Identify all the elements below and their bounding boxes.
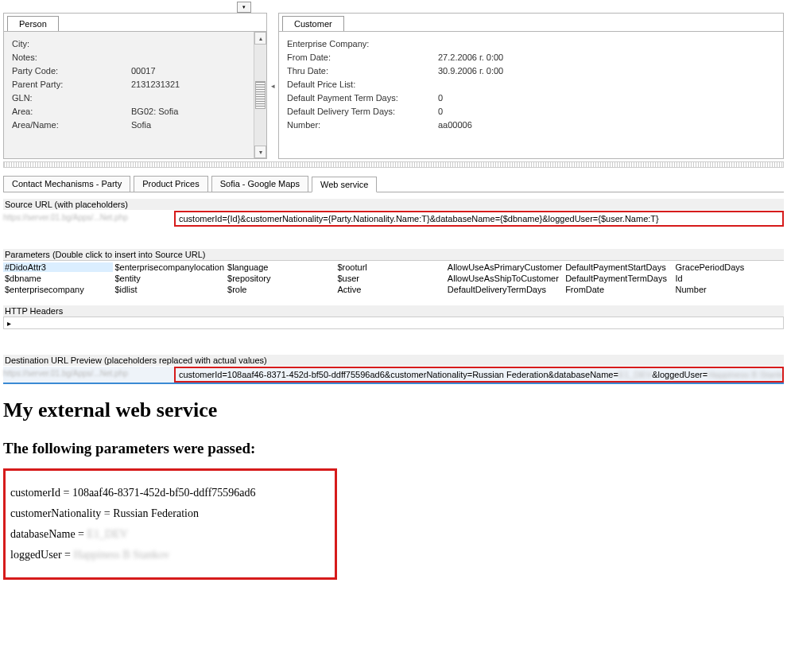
value-area: BG02: Sofia: [131, 107, 178, 116]
webpage-title: My external web service: [3, 398, 784, 422]
param-item[interactable]: DefaultPaymentStartDays: [564, 262, 673, 272]
label-notes: Notes:: [12, 52, 131, 62]
parameters-grid: #DidoAttr3 $dbname $enterprisecompany $e…: [3, 262, 784, 294]
label-areaname: Area/Name:: [12, 120, 131, 130]
webpage-subtitle: The following parameters were passed:: [3, 440, 784, 457]
param-item[interactable]: $language: [226, 262, 335, 272]
label-number: Number:: [287, 120, 438, 130]
scroll-down-icon[interactable]: ▾: [254, 146, 266, 158]
destination-url-prefix: https://server.01.bg/Apps/...Net.php: [3, 367, 174, 382]
value-paymentterm: 0: [438, 93, 443, 103]
param-item[interactable]: $entity: [113, 274, 226, 283]
lower-tab-strip: Contact Mechanisms - Party Product Price…: [3, 176, 784, 192]
label-city: City:: [12, 39, 131, 49]
value-deliveryterm: 0: [438, 107, 443, 116]
label-pricelist: Default Price List:: [287, 80, 438, 89]
tab-contact-mechanisms[interactable]: Contact Mechanisms - Party: [3, 176, 130, 192]
expand-icon: ▸: [7, 319, 11, 328]
tab-google-maps[interactable]: Sofia - Google Maps: [211, 176, 308, 192]
label-partycode: Party Code:: [12, 66, 131, 76]
param-item[interactable]: GracePeriodDays: [674, 262, 784, 272]
label-paymentterm: Default Payment Term Days:: [287, 93, 438, 103]
label-http-headers: HTTP Headers: [3, 305, 784, 317]
param-item[interactable]: #DidoAttr3: [3, 262, 113, 272]
value-number: aa00006: [438, 120, 472, 130]
scroll-thumb[interactable]: [255, 81, 266, 109]
source-url-prefix: https://server.01.bg/Apps/...Net.php: [3, 212, 174, 226]
param-item[interactable]: $idlist: [113, 285, 226, 294]
person-scrollbar[interactable]: ▴ ▾: [254, 32, 266, 158]
person-panel: Person City: Notes: Party Code:00017 Par…: [3, 13, 267, 159]
value-thrudate: 30.9.2006 г. 0:00: [438, 66, 503, 76]
param-item[interactable]: FromDate: [564, 285, 673, 294]
result-row: customerId = 108aaf46-8371-452d-bf50-ddf…: [10, 487, 330, 499]
label-source-url: Source URL (with placeholders): [3, 199, 784, 210]
label-area: Area:: [12, 107, 131, 116]
value-partycode: 00017: [131, 66, 156, 76]
tab-product-prices[interactable]: Product Prices: [134, 176, 208, 192]
param-item[interactable]: $repository: [226, 274, 335, 283]
webpage-preview: My external web service The following pa…: [3, 398, 784, 580]
vertical-splitter[interactable]: ◂: [270, 13, 275, 159]
customer-panel: Customer Enterprise Company: From Date:2…: [278, 13, 784, 159]
destination-url-value: customerId=108aaf46-8371-452d-bf50-ddff7…: [174, 367, 784, 383]
param-item[interactable]: $role: [226, 285, 335, 294]
horizontal-splitter[interactable]: [3, 161, 784, 168]
dropdown-button[interactable]: ▾: [237, 2, 251, 13]
value-areaname: Sofia: [131, 120, 151, 130]
label-thrudate: Thru Date:: [287, 66, 438, 76]
value-parentparty: 2131231321: [131, 80, 180, 89]
label-parentparty: Parent Party:: [12, 80, 131, 89]
chevron-left-icon: ◂: [271, 82, 275, 90]
label-fromdate: From Date:: [287, 52, 438, 62]
param-item[interactable]: DefaultDeliveryTermDays: [446, 285, 564, 294]
result-row: databaseName = E1_DEV: [10, 528, 330, 541]
param-item[interactable]: DefaultPaymentTermDays: [564, 274, 673, 283]
label-gln: GLN:: [12, 93, 131, 103]
tab-person[interactable]: Person: [7, 16, 59, 31]
label-enterprisecompany: Enterprise Company:: [287, 39, 438, 49]
tab-customer[interactable]: Customer: [282, 16, 344, 31]
param-item[interactable]: AllowUseAsShipToCustomer: [446, 274, 564, 283]
label-destination-url: Destination URL Preview (placeholders re…: [3, 355, 784, 366]
source-url-input[interactable]: customerId={Id}&customerNationality={Par…: [174, 211, 784, 227]
param-item[interactable]: Active: [335, 285, 445, 294]
param-item[interactable]: Id: [674, 274, 784, 283]
result-row: loggedUser = Happiness B Stankov: [10, 549, 330, 561]
label-deliveryterm: Default Delivery Term Days:: [287, 107, 438, 116]
result-box: customerId = 108aaf46-8371-452d-bf50-ddf…: [3, 468, 337, 580]
param-item[interactable]: $user: [335, 274, 445, 283]
http-headers-row[interactable]: ▸: [3, 317, 784, 329]
result-row: customerNationality = Russian Federation: [10, 507, 330, 520]
param-item[interactable]: AllowUseAsPrimaryCustomer: [446, 262, 564, 272]
param-item[interactable]: $dbname: [3, 274, 113, 283]
value-fromdate: 27.2.2006 г. 0:00: [438, 52, 503, 62]
scroll-up-icon[interactable]: ▴: [254, 32, 266, 45]
param-item[interactable]: $enterprisecompanylocation: [113, 262, 226, 272]
param-item[interactable]: Number: [674, 285, 784, 294]
param-item[interactable]: $enterprisecompany: [3, 285, 113, 294]
param-item[interactable]: $rooturl: [335, 262, 445, 272]
label-parameters: Parameters (Double click to insert into …: [3, 249, 784, 261]
tab-web-service[interactable]: Web service: [312, 177, 377, 192]
